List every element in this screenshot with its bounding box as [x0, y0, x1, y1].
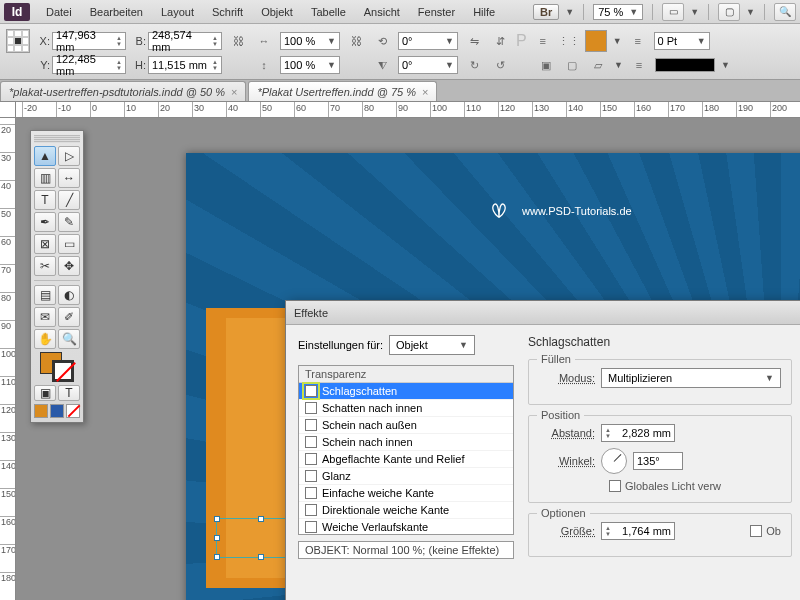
settings-target-select[interactable]: Objekt▼ — [389, 335, 475, 355]
close-icon[interactable]: × — [231, 86, 237, 98]
free-transform-tool[interactable]: ✥ — [58, 256, 80, 276]
global-light-checkbox[interactable]: Globales Licht verw — [609, 480, 781, 492]
effects-list[interactable]: Transparenz Schlagschatten Schatten nach… — [298, 365, 514, 535]
chevron-down-icon[interactable]: ▼ — [613, 36, 622, 46]
w-input[interactable]: 248,574 mm▲▼ — [148, 32, 222, 50]
fill-swatch[interactable] — [585, 30, 607, 52]
rotate-ccw-icon[interactable]: ↺ — [490, 56, 510, 74]
ruler-horizontal[interactable]: -20-100102030405060708090100110120130140… — [16, 102, 800, 118]
spinner-icon[interactable]: ▲▼ — [605, 427, 611, 439]
direct-selection-tool[interactable]: ▷ — [58, 146, 80, 166]
menu-schrift[interactable]: Schrift — [204, 3, 251, 21]
chevron-down-icon[interactable]: ▼ — [721, 60, 730, 70]
chevron-down-icon[interactable]: ▼ — [614, 60, 623, 70]
rectangle-tool[interactable]: ▭ — [58, 234, 80, 254]
effect-direktionale-weiche-kante[interactable]: Direktionale weiche Kante — [299, 502, 513, 519]
checkbox[interactable] — [305, 504, 317, 516]
document-tab[interactable]: *Plakat Usertreffen.indd @ 75 %× — [248, 81, 437, 101]
apply-gradient[interactable] — [50, 404, 64, 418]
align-icon[interactable]: ≡ — [533, 32, 553, 50]
ruler-origin[interactable] — [0, 102, 16, 118]
page-tool[interactable]: ▥ — [34, 168, 56, 188]
stroke-weight-input[interactable]: 0 Pt▼ — [654, 32, 710, 50]
shear-input[interactable]: 0°▼ — [398, 56, 458, 74]
distance-input[interactable]: ▲▼2,828 mm — [601, 424, 675, 442]
select-content-icon[interactable]: ▢ — [562, 56, 582, 74]
menu-datei[interactable]: Datei — [38, 3, 80, 21]
spinner-icon[interactable]: ▲▼ — [212, 35, 218, 47]
app-logo[interactable]: Id — [4, 3, 30, 21]
spinner-icon[interactable]: ▲▼ — [605, 525, 611, 537]
effect-schein-nach-aussen[interactable]: Schein nach außen — [299, 417, 513, 434]
checkbox[interactable] — [750, 525, 762, 537]
hand-tool[interactable]: ✋ — [34, 329, 56, 349]
apply-color[interactable] — [34, 404, 48, 418]
pencil-tool[interactable]: ✎ — [58, 212, 80, 232]
select-container-icon[interactable]: ▣ — [536, 56, 556, 74]
spinner-icon[interactable]: ▲▼ — [116, 59, 122, 71]
menu-bearbeiten[interactable]: Bearbeiten — [82, 3, 151, 21]
gradient-swatch-tool[interactable]: ▤ — [34, 285, 56, 305]
stroke-style-select[interactable] — [655, 58, 715, 72]
menu-objekt[interactable]: Objekt — [253, 3, 301, 21]
apply-none[interactable] — [66, 404, 80, 418]
handle[interactable] — [258, 554, 264, 560]
checkbox[interactable] — [305, 453, 317, 465]
checkbox[interactable] — [305, 470, 317, 482]
checkbox[interactable] — [305, 487, 317, 499]
distribute-icon[interactable]: ⋮⋮ — [559, 32, 579, 50]
fill-stroke-proxy[interactable] — [40, 352, 74, 382]
effect-einfache-weiche-kante[interactable]: Einfache weiche Kante — [299, 485, 513, 502]
selection-tool[interactable]: ▲ — [34, 146, 56, 166]
menu-hilfe[interactable]: Hilfe — [465, 3, 503, 21]
chevron-down-icon[interactable]: ▼ — [690, 7, 699, 17]
handle[interactable] — [214, 516, 220, 522]
menu-tabelle[interactable]: Tabelle — [303, 3, 354, 21]
handle[interactable] — [214, 554, 220, 560]
toolbox[interactable]: ▲ ▷ ▥ ↔ T ╱ ✒ ✎ ⊠ ▭ ✂ ✥ ▤ ◐ ✉ ✐ ✋ 🔍 ▣ T — [30, 130, 84, 423]
h-input[interactable]: 11,515 mm▲▼ — [148, 56, 222, 74]
x-input[interactable]: 147,963 mm▲▼ — [52, 32, 126, 50]
effect-schein-nach-innen[interactable]: Schein nach innen — [299, 434, 513, 451]
rectangle-frame-tool[interactable]: ⊠ — [34, 234, 56, 254]
rotate-cw-icon[interactable]: ↻ — [464, 56, 484, 74]
zoom-tool[interactable]: 🔍 — [58, 329, 80, 349]
checkbox[interactable] — [305, 419, 317, 431]
ruler-vertical[interactable]: 2030405060708090100110120130140150160170… — [0, 118, 16, 600]
spinner-icon[interactable]: ▲▼ — [212, 59, 218, 71]
checkbox[interactable] — [305, 402, 317, 414]
menu-ansicht[interactable]: Ansicht — [356, 3, 408, 21]
pen-tool[interactable]: ✒ — [34, 212, 56, 232]
chevron-down-icon[interactable]: ▼ — [565, 7, 574, 17]
scale-y-input[interactable]: 100 %▼ — [280, 56, 340, 74]
mode-select[interactable]: Multiplizieren▼ — [601, 368, 781, 388]
bridge-button[interactable]: Br — [533, 4, 559, 20]
checkbox[interactable] — [305, 521, 317, 533]
y-input[interactable]: 122,485 mm▲▼ — [52, 56, 126, 74]
object-knockout-checkbox[interactable]: Ob — [750, 525, 781, 537]
effect-schlagschatten[interactable]: Schlagschatten — [299, 383, 513, 400]
screen-mode-icon[interactable]: ▢ — [718, 3, 740, 21]
checkbox[interactable] — [609, 480, 621, 492]
menu-layout[interactable]: Layout — [153, 3, 202, 21]
gradient-feather-tool[interactable]: ◐ — [58, 285, 80, 305]
chevron-down-icon[interactable]: ▼ — [746, 7, 755, 17]
formatting-container-icon[interactable]: ▣ — [34, 385, 56, 401]
scissors-tool[interactable]: ✂ — [34, 256, 56, 276]
close-icon[interactable]: × — [422, 86, 428, 98]
scale-x-input[interactable]: 100 %▼ — [280, 32, 340, 50]
flip-v-icon[interactable]: ⇵ — [490, 32, 510, 50]
checkbox[interactable] — [305, 385, 317, 397]
dialog-titlebar[interactable]: Effekte — [286, 301, 800, 325]
effect-schatten-nach-innen[interactable]: Schatten nach innen — [299, 400, 513, 417]
zoom-select[interactable]: 75 %▼ — [593, 4, 643, 20]
spinner-icon[interactable]: ▲▼ — [116, 35, 122, 47]
menu-fenster[interactable]: Fenster — [410, 3, 463, 21]
link-icon[interactable]: ⛓ — [346, 32, 366, 50]
reference-point[interactable] — [6, 29, 30, 53]
line-tool[interactable]: ╱ — [58, 190, 80, 210]
angle-input[interactable]: 135° — [633, 452, 683, 470]
effect-weiche-verlaufskante[interactable]: Weiche Verlaufskante — [299, 519, 513, 535]
formatting-text-icon[interactable]: T — [58, 385, 80, 401]
note-tool[interactable]: ✉ — [34, 307, 56, 327]
